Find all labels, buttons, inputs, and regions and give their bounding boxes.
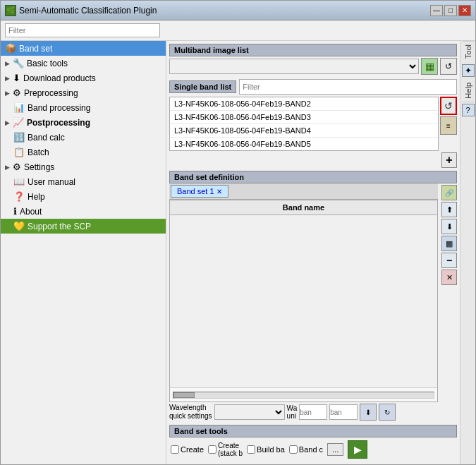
arrow-icon: ▶: [5, 119, 10, 126]
help-icon: ❓: [13, 191, 25, 202]
multiband-refresh-btn[interactable]: ↺: [440, 58, 457, 75]
tools-run-btn[interactable]: ▶: [348, 440, 367, 459]
bandset-definition: Band set definition Band set 1 ✕: [169, 171, 457, 422]
wavelength-row: Wavelength quick settings Wa uni ⬇ ↻: [169, 402, 438, 422]
band-calc-icon: 🔢: [13, 132, 25, 143]
wavelength-band-input2[interactable]: [329, 404, 358, 420]
tab-close-icon[interactable]: ✕: [216, 188, 222, 195]
tool-side-label[interactable]: Tool: [463, 41, 474, 61]
bandset-tab-1[interactable]: Band set 1 ✕: [171, 185, 228, 198]
help-side-label[interactable]: Help: [463, 80, 474, 102]
wavelength-select[interactable]: [214, 404, 285, 420]
rt-btn-up[interactable]: ⬆: [441, 202, 457, 217]
band-row: L3-NF45K06-108-056-04Feb19-BAND4: [170, 124, 438, 138]
band-c-label: Band c: [299, 445, 323, 454]
bandset-def-header: Band set definition: [169, 171, 457, 183]
sidebar-item-help[interactable]: ❓ Help: [1, 189, 166, 204]
band-name: L3-NF45K06-108-056-04Feb19-BAND5: [174, 140, 311, 148]
batch-icon: 📋: [13, 147, 25, 157]
title-bar-left: 🌿 Semi-Automatic Classification Plugin: [5, 5, 157, 16]
filter-bar: [1, 20, 475, 41]
window-title: Semi-Automatic Classification Plugin: [19, 6, 157, 16]
singleband-label: Single band list: [169, 80, 236, 93]
sidebar-filter-input[interactable]: [5, 23, 160, 37]
multiband-header: Multiband image list: [169, 44, 457, 56]
refresh-side: ↺ Refresh list ≡: [440, 97, 457, 151]
title-bar: 🌿 Semi-Automatic Classification Plugin —…: [1, 1, 475, 20]
side-tool-list-btn[interactable]: ≡: [440, 116, 457, 135]
multiband-select[interactable]: [169, 59, 419, 74]
create-stack-label: Create (stack b: [218, 442, 243, 457]
band-processing-icon: 📊: [13, 102, 25, 113]
sidebar-item-band-set[interactable]: 📦 Band set: [1, 41, 166, 56]
sidebar-item-settings[interactable]: ▶ ⚙ Settings: [1, 159, 166, 174]
maximize-button[interactable]: □: [444, 5, 457, 16]
sidebar-item-band-processing[interactable]: 📊 Band processing: [1, 100, 166, 115]
close-button[interactable]: ✕: [458, 5, 471, 16]
main-window: 🌿 Semi-Automatic Classification Plugin —…: [0, 0, 476, 465]
band-list-with-side: L3-NF45K06-108-056-04Feb19-BAND2 L3-NF45…: [169, 97, 457, 151]
sidebar-item-preprocessing[interactable]: ▶ ⚙ Preprocessing: [1, 85, 166, 100]
rt-btn-remove[interactable]: ✕: [441, 270, 457, 285]
singleband-filter-input[interactable]: [239, 79, 457, 95]
bandset-table-header: Band name: [170, 200, 437, 215]
bandset-table: Band name: [169, 200, 438, 402]
rt-btn-minus[interactable]: −: [441, 253, 457, 268]
band-list: L3-NF45K06-108-056-04Feb19-BAND2 L3-NF45…: [169, 97, 439, 151]
tools-dots-btn[interactable]: ...: [327, 443, 343, 456]
wavelength-band-input1[interactable]: [299, 404, 327, 420]
rt-btn-down[interactable]: ⬇: [441, 219, 457, 234]
sidebar-item-postprocessing[interactable]: ▶ 📈 Postprocessing: [1, 115, 166, 130]
arrow-icon: ▶: [5, 164, 10, 171]
bandset-table-body: [170, 215, 437, 387]
multiband-row: ▦ ↺: [169, 56, 457, 76]
minimize-button[interactable]: —: [430, 5, 443, 16]
side-panel: Tool ✦ Help ?: [460, 41, 475, 464]
create-checkbox[interactable]: [171, 445, 179, 454]
create-label: Create: [181, 445, 204, 454]
singleband-section: Single band list L3-NF45K06-108-056-04Fe…: [169, 79, 457, 168]
panel-content: Multiband image list ▦ ↺ Single band lis…: [166, 41, 460, 464]
sidebar-label: About: [20, 207, 42, 217]
sidebar-item-user-manual[interactable]: 📖 User manual: [1, 174, 166, 189]
sidebar-item-band-calc[interactable]: 🔢 Band calc: [1, 130, 166, 145]
sidebar-label: Basic tools: [27, 59, 68, 68]
title-buttons: — □ ✕: [430, 5, 471, 16]
multiband-grid-btn[interactable]: ▦: [421, 58, 438, 75]
build-band-label: Build ba: [257, 445, 285, 454]
add-band-btn[interactable]: +: [441, 152, 457, 168]
band-name: L3-NF45K06-108-056-04Feb19-BAND3: [174, 113, 311, 121]
sidebar-item-support-scp[interactable]: 💛 Support the SCP: [1, 219, 166, 234]
compass-icon[interactable]: ✦: [462, 64, 475, 77]
bandset-tools-section: Band set tools Create Create (stack b: [169, 425, 457, 461]
scrollbar-thumb: [173, 392, 195, 398]
build-band-checkbox[interactable]: [247, 445, 255, 454]
bandset-tools-header: Band set tools: [169, 425, 457, 437]
sidebar-item-batch[interactable]: 📋 Batch: [1, 145, 166, 159]
band-set-icon: 📦: [5, 43, 16, 54]
wavelength-down-btn[interactable]: ⬇: [360, 404, 377, 421]
sidebar-item-download-products[interactable]: ▶ ⬇ Download products: [1, 71, 166, 85]
sidebar-item-basic-tools[interactable]: ▶ 🔧 Basic tools: [1, 56, 166, 71]
wavelength-action-btn[interactable]: ↻: [379, 404, 396, 421]
sidebar-label: User manual: [28, 177, 75, 187]
help-side-icon[interactable]: ?: [462, 104, 475, 116]
sidebar-label: Preprocessing: [24, 88, 78, 98]
band-c-checkbox[interactable]: [289, 445, 298, 454]
right-panel: Multiband image list ▦ ↺ Single band lis…: [166, 41, 475, 464]
rt-btn-link[interactable]: 🔗: [441, 185, 457, 200]
preprocessing-icon: ⚙: [13, 87, 21, 98]
bandset-scrollbar[interactable]: [170, 387, 437, 401]
bandset-tabs: Band set 1 ✕: [169, 183, 438, 200]
sidebar-label: Band set: [19, 44, 52, 54]
sidebar-label: Batch: [28, 147, 49, 157]
create-stack-checkbox[interactable]: [208, 445, 216, 454]
arrow-icon: ▶: [5, 90, 10, 97]
band-c-checkbox-item: Band c: [289, 445, 323, 454]
create-checkbox-item: Create: [171, 445, 204, 454]
settings-icon: ⚙: [13, 162, 21, 172]
download-icon: ⬇: [13, 73, 20, 83]
refresh-list-btn[interactable]: ↺: [440, 97, 457, 115]
rt-btn-grid[interactable]: ▦: [441, 236, 457, 251]
sidebar-item-about[interactable]: ℹ About: [1, 204, 166, 219]
